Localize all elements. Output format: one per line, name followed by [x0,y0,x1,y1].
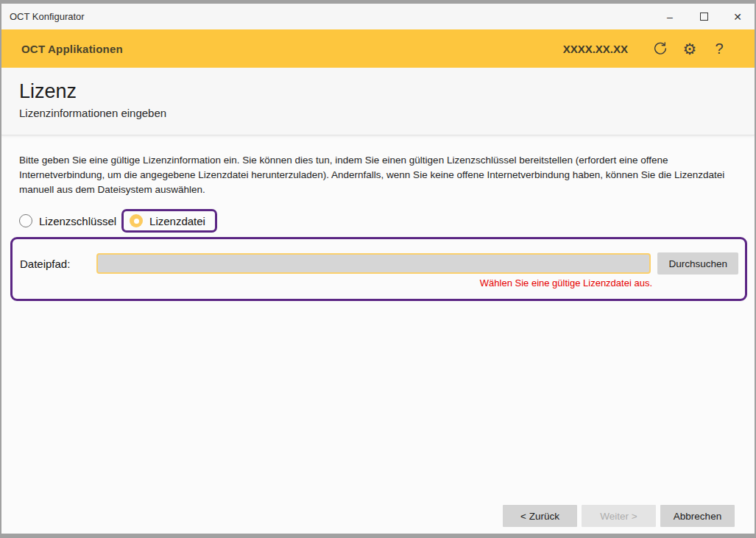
maximize-icon [700,13,708,21]
cancel-button[interactable]: Abbrechen [660,505,735,527]
radio-lizenzdatei-highlight: Lizenzdatei [121,209,217,233]
browse-button[interactable]: Durchsuchen [657,252,738,275]
gear-icon[interactable]: ⚙ [675,41,704,57]
page-subtitle: Lizenzinformationen eingeben [19,107,737,119]
page-heading-band: Lizenz Lizenzinformationen eingeben [1,68,755,135]
file-path-input[interactable] [96,253,651,274]
validation-row: Wählen Sie eine gültige Lizenzdatei aus. [20,277,738,289]
app-header: OCT Applikationen XXXX.XX.XX ⚙ ? [1,29,755,68]
help-icon[interactable]: ? [704,41,734,56]
app-title: OCT Applikationen [21,43,123,55]
app-window: OCT Konfigurator – ✕ OCT Applikationen X… [0,0,756,538]
file-path-label: Dateipfad: [20,258,96,270]
file-path-row: Dateipfad: Durchsuchen [20,252,738,275]
validation-spacer [20,277,96,289]
maximize-button[interactable] [687,4,721,29]
intro-text: Bitte geben Sie eine gültige Lizenzinfor… [19,153,737,197]
minimize-button[interactable]: – [653,4,687,29]
refresh-icon[interactable] [646,40,675,57]
close-button[interactable]: ✕ [721,4,755,29]
wizard-footer: < Zurück Weiter > Abbrechen [1,505,755,534]
radio-lizenzschluessel[interactable] [19,214,32,227]
radio-lizenzschluessel-label[interactable]: Lizenzschlüssel [39,215,116,227]
page-title: Lizenz [19,79,737,103]
radio-lizenzdatei-label[interactable]: Lizenzdatei [149,215,205,227]
app-header-right: XXXX.XX.XX ⚙ ? [563,40,734,57]
next-button: Weiter > [582,505,656,527]
file-path-panel: Dateipfad: Durchsuchen Wählen Sie eine g… [10,237,747,301]
window-title: OCT Konfigurator [1,11,85,22]
validation-error-text: Wählen Sie eine gültige Lizenzdatei aus. [96,277,652,289]
minimize-icon: – [667,11,673,23]
title-bar: OCT Konfigurator – ✕ [1,4,755,29]
radio-lizenzdatei[interactable] [130,214,143,227]
back-button[interactable]: < Zurück [503,505,577,527]
version-label: XXXX.XX.XX [563,43,628,55]
close-icon: ✕ [733,11,742,23]
license-type-radio-group: Lizenzschlüssel Lizenzdatei [19,209,755,233]
window-controls: – ✕ [653,4,755,29]
main-content: Bitte geben Sie eine gültige Lizenzinfor… [1,135,755,505]
